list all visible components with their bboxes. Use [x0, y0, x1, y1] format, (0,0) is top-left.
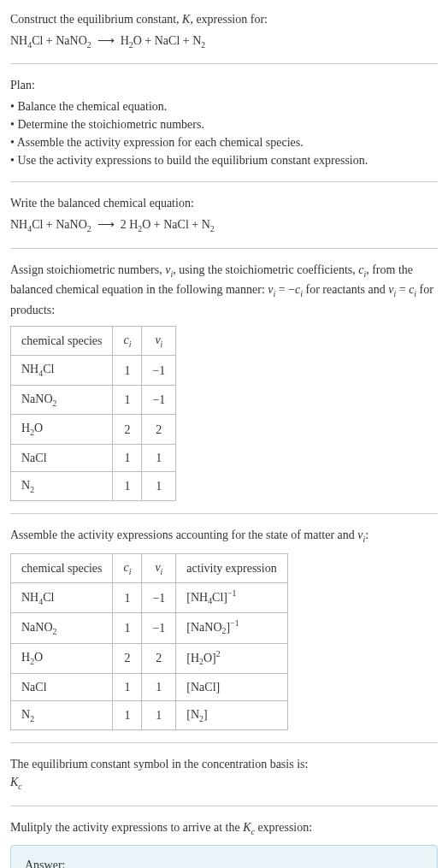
k-variable: K: [182, 13, 190, 26]
cell-species: NaNO2: [11, 613, 113, 643]
stoich-table: chemical species ci νi NH4Cl 1 −1 NaNO2 …: [10, 326, 176, 501]
plan-title: Plan:: [10, 76, 438, 94]
cell-vi: −1: [142, 356, 176, 385]
divider: [10, 806, 438, 806]
plan-item: Use the activity expressions to build th…: [10, 151, 438, 169]
table-row: NaCl 1 1: [11, 444, 176, 471]
table-row: H2O 2 2: [11, 415, 176, 444]
plan-item: Assemble the activity expression for eac…: [10, 133, 438, 151]
final-text: Mulitply the activity expressions to arr…: [10, 818, 438, 838]
table-row: NaNO2 1 −1 [NaNO2]−1: [11, 613, 288, 643]
cell-vi: −1: [142, 613, 176, 643]
activity-table: chemical species ci νi activity expressi…: [10, 553, 288, 730]
cell-vi: 2: [142, 643, 176, 673]
cell-expr: [N2]: [176, 700, 287, 729]
intro-text-b: , expression for:: [190, 13, 268, 26]
cell-species: NaCl: [11, 444, 113, 471]
balanced-section: Write the balanced chemical equation: NH…: [10, 194, 438, 235]
plan-section: Plan: Balance the chemical equation. Det…: [10, 76, 438, 169]
plan-list: Balance the chemical equation. Determine…: [10, 97, 438, 169]
stoich-section: Assign stoichiometric numbers, νi, using…: [10, 261, 438, 501]
balanced-equation: NH4Cl + NaNO2 ⟶ 2 H2O + NaCl + N2: [10, 216, 438, 235]
cell-expr: [NaCl]: [176, 673, 287, 700]
col-vi: νi: [142, 553, 176, 582]
cell-species: NaCl: [11, 673, 113, 700]
cell-ci: 1: [113, 583, 142, 613]
table-row: N2 1 1: [11, 471, 176, 500]
cell-expr: [NH4Cl]−1: [176, 583, 287, 613]
cell-ci: 2: [113, 415, 142, 444]
table-header-row: chemical species ci νi activity expressi…: [11, 553, 288, 582]
col-species: chemical species: [11, 326, 113, 355]
divider: [10, 248, 438, 249]
divider: [10, 181, 438, 182]
intro-section: Construct the equilibrium constant, K, e…: [10, 10, 438, 51]
table-row: N2 1 1 [N2]: [11, 700, 288, 729]
table-row: NH4Cl 1 −1 [NH4Cl]−1: [11, 583, 288, 613]
plan-item: Balance the chemical equation.: [10, 97, 438, 115]
cell-vi: 2: [142, 415, 176, 444]
cell-vi: 1: [142, 444, 176, 471]
cell-species: NaNO2: [11, 385, 113, 414]
cell-species: N2: [11, 700, 113, 729]
cell-ci: 1: [113, 471, 142, 500]
cell-ci: 1: [113, 444, 142, 471]
cell-ci: 1: [113, 700, 142, 729]
symbol-section: The equilibrium constant symbol in the c…: [10, 755, 438, 793]
cell-ci: 1: [113, 613, 142, 643]
stoich-text: Assign stoichiometric numbers, νi, using…: [10, 261, 438, 319]
cell-ci: 2: [113, 643, 142, 673]
plan-item: Determine the stoichiometric numbers.: [10, 115, 438, 133]
divider: [10, 63, 438, 64]
answer-box: Answer: Kc = [NH4Cl]−1 [NaNO2]−1 [H2O]2 …: [10, 845, 438, 868]
table-row: H2O 2 2 [H2O]2: [11, 643, 288, 673]
table-row: NaCl 1 1 [NaCl]: [11, 673, 288, 700]
cell-ci: 1: [113, 356, 142, 385]
col-activity: activity expression: [176, 553, 287, 582]
cell-vi: −1: [142, 385, 176, 414]
activity-section: Assemble the activity expressions accoun…: [10, 526, 438, 730]
cell-species: NH4Cl: [11, 583, 113, 613]
activity-text: Assemble the activity expressions accoun…: [10, 526, 438, 546]
cell-vi: 1: [142, 700, 176, 729]
cell-ci: 1: [113, 673, 142, 700]
cell-species: H2O: [11, 415, 113, 444]
cell-species: NH4Cl: [11, 356, 113, 385]
kc-symbol: Kc: [10, 773, 438, 793]
table-row: NaNO2 1 −1: [11, 385, 176, 414]
col-ci: ci: [113, 326, 142, 355]
cell-expr: [H2O]2: [176, 643, 287, 673]
col-vi: νi: [142, 326, 176, 355]
cell-vi: 1: [142, 673, 176, 700]
col-ci: ci: [113, 553, 142, 582]
cell-vi: −1: [142, 583, 176, 613]
table-header-row: chemical species ci νi: [11, 326, 176, 355]
col-species: chemical species: [11, 553, 113, 582]
intro-text: Construct the equilibrium constant,: [10, 13, 182, 26]
divider: [10, 742, 438, 743]
cell-species: N2: [11, 471, 113, 500]
cell-ci: 1: [113, 385, 142, 414]
unbalanced-equation: NH4Cl + NaNO2 ⟶ H2O + NaCl + N2: [10, 32, 438, 51]
answer-label: Answer:: [25, 856, 423, 868]
final-section: Mulitply the activity expressions to arr…: [10, 818, 438, 868]
symbol-text: The equilibrium constant symbol in the c…: [10, 755, 438, 773]
cell-vi: 1: [142, 471, 176, 500]
balanced-title: Write the balanced chemical equation:: [10, 194, 438, 212]
table-row: NH4Cl 1 −1: [11, 356, 176, 385]
divider: [10, 513, 438, 514]
cell-species: H2O: [11, 643, 113, 673]
cell-expr: [NaNO2]−1: [176, 613, 287, 643]
